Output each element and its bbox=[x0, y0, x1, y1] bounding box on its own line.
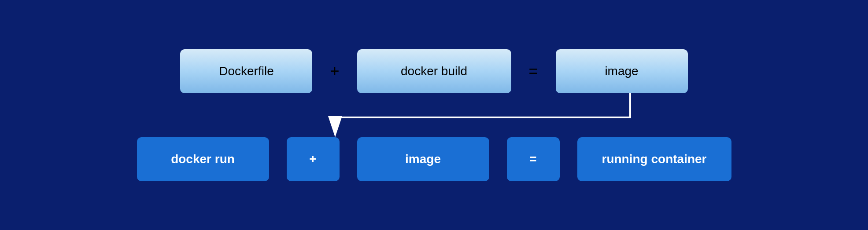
connector-arrow bbox=[16, 93, 853, 137]
connector-line bbox=[335, 93, 630, 134]
plus2-label: + bbox=[309, 152, 316, 166]
image-bottom-box: image bbox=[357, 137, 489, 181]
bottom-row: docker run + image = running container bbox=[137, 137, 731, 181]
equals2-label: = bbox=[529, 152, 536, 166]
running-container-box: running container bbox=[577, 137, 731, 181]
dockerfile-box: Dockerfile bbox=[180, 49, 312, 93]
image-top-label: image bbox=[605, 64, 638, 78]
plus1-operator: + bbox=[330, 62, 339, 80]
diagram-wrapper: Dockerfile + docker build = image docker… bbox=[16, 10, 853, 221]
plus2-box: + bbox=[287, 137, 340, 181]
docker-run-label: docker run bbox=[171, 152, 235, 166]
docker-build-label: docker build bbox=[401, 64, 467, 78]
equals1-operator: = bbox=[529, 62, 538, 80]
image-bottom-label: image bbox=[405, 152, 441, 166]
top-row: Dockerfile + docker build = image bbox=[180, 49, 687, 93]
image-top-box: image bbox=[556, 49, 688, 93]
docker-run-box: docker run bbox=[137, 137, 269, 181]
dockerfile-label: Dockerfile bbox=[219, 64, 273, 78]
running-container-label: running container bbox=[602, 152, 707, 166]
docker-build-box: docker build bbox=[357, 49, 511, 93]
equals2-box: = bbox=[507, 137, 560, 181]
connector-area bbox=[16, 93, 853, 137]
